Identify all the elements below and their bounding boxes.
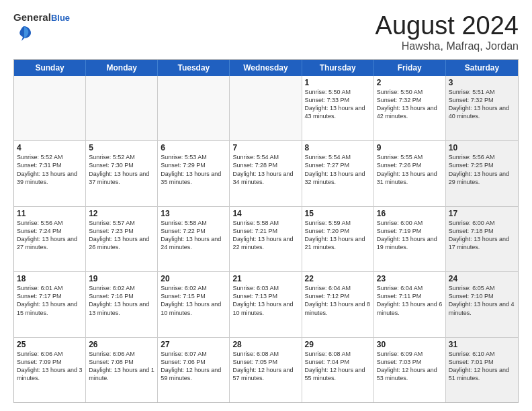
day-cell-17: 17Sunrise: 6:00 AM Sunset: 7:18 PM Dayli… <box>446 207 518 271</box>
day-number: 10 <box>449 143 515 152</box>
empty-cell <box>158 76 230 140</box>
day-cell-13: 13Sunrise: 5:58 AM Sunset: 7:22 PM Dayli… <box>158 207 230 271</box>
weekday-header-wednesday: Wednesday <box>230 60 302 76</box>
day-number: 9 <box>377 143 443 152</box>
day-cell-6: 6Sunrise: 5:53 AM Sunset: 7:29 PM Daylig… <box>158 141 230 205</box>
week-row-1: 1Sunrise: 5:50 AM Sunset: 7:33 PM Daylig… <box>14 76 518 141</box>
day-cell-5: 5Sunrise: 5:52 AM Sunset: 7:30 PM Daylig… <box>86 141 158 205</box>
week-row-5: 25Sunrise: 6:06 AM Sunset: 7:09 PM Dayli… <box>14 338 518 402</box>
day-number: 25 <box>17 340 83 349</box>
logo: GeneralBlue <box>13 12 70 45</box>
day-info: Sunrise: 6:02 AM Sunset: 7:15 PM Dayligh… <box>161 284 226 317</box>
day-number: 16 <box>377 209 443 218</box>
calendar-header: SundayMondayTuesdayWednesdayThursdayFrid… <box>14 60 518 76</box>
day-number: 6 <box>161 143 226 152</box>
day-info: Sunrise: 6:04 AM Sunset: 7:11 PM Dayligh… <box>377 284 443 317</box>
day-info: Sunrise: 6:10 AM Sunset: 7:01 PM Dayligh… <box>449 350 515 383</box>
day-number: 17 <box>449 209 515 218</box>
day-cell-31: 31Sunrise: 6:10 AM Sunset: 7:01 PM Dayli… <box>446 338 518 402</box>
day-info: Sunrise: 6:06 AM Sunset: 7:09 PM Dayligh… <box>17 350 83 383</box>
day-info: Sunrise: 5:58 AM Sunset: 7:21 PM Dayligh… <box>232 219 298 252</box>
day-number: 18 <box>17 274 83 283</box>
day-info: Sunrise: 5:55 AM Sunset: 7:26 PM Dayligh… <box>377 153 443 186</box>
day-number: 15 <box>305 209 371 218</box>
weekday-header-thursday: Thursday <box>302 60 374 76</box>
weekday-header-monday: Monday <box>86 60 158 76</box>
day-info: Sunrise: 6:05 AM Sunset: 7:10 PM Dayligh… <box>449 284 515 317</box>
day-info: Sunrise: 5:56 AM Sunset: 7:25 PM Dayligh… <box>449 153 515 186</box>
logo-text: GeneralBlue <box>13 12 70 24</box>
day-info: Sunrise: 5:50 AM Sunset: 7:33 PM Dayligh… <box>305 88 371 121</box>
day-number: 26 <box>89 340 154 349</box>
day-cell-10: 10Sunrise: 5:56 AM Sunset: 7:25 PM Dayli… <box>446 141 518 205</box>
day-cell-18: 18Sunrise: 6:01 AM Sunset: 7:17 PM Dayli… <box>14 272 86 336</box>
day-cell-20: 20Sunrise: 6:02 AM Sunset: 7:15 PM Dayli… <box>158 272 230 336</box>
day-number: 12 <box>89 209 154 218</box>
day-info: Sunrise: 5:54 AM Sunset: 7:28 PM Dayligh… <box>232 153 298 186</box>
day-info: Sunrise: 6:00 AM Sunset: 7:19 PM Dayligh… <box>377 219 443 252</box>
day-number: 30 <box>377 340 443 349</box>
day-cell-12: 12Sunrise: 5:57 AM Sunset: 7:23 PM Dayli… <box>86 207 158 271</box>
day-info: Sunrise: 5:50 AM Sunset: 7:32 PM Dayligh… <box>377 88 443 121</box>
day-cell-3: 3Sunrise: 5:51 AM Sunset: 7:32 PM Daylig… <box>446 76 518 140</box>
day-cell-28: 28Sunrise: 6:08 AM Sunset: 7:05 PM Dayli… <box>230 338 302 402</box>
title-location: Hawsha, Mafraq, Jordan <box>375 40 519 52</box>
title-block: August 2024 Hawsha, Mafraq, Jordan <box>375 12 519 52</box>
day-info: Sunrise: 6:00 AM Sunset: 7:18 PM Dayligh… <box>449 219 515 252</box>
day-info: Sunrise: 5:51 AM Sunset: 7:32 PM Dayligh… <box>449 88 515 121</box>
day-cell-9: 9Sunrise: 5:55 AM Sunset: 7:26 PM Daylig… <box>374 141 446 205</box>
day-info: Sunrise: 5:52 AM Sunset: 7:30 PM Dayligh… <box>89 153 154 186</box>
weekday-header-tuesday: Tuesday <box>158 60 230 76</box>
day-number: 27 <box>161 340 226 349</box>
day-info: Sunrise: 6:09 AM Sunset: 7:03 PM Dayligh… <box>377 350 443 383</box>
empty-cell <box>14 76 86 140</box>
day-cell-29: 29Sunrise: 6:08 AM Sunset: 7:04 PM Dayli… <box>302 338 374 402</box>
day-info: Sunrise: 5:54 AM Sunset: 7:27 PM Dayligh… <box>305 153 371 186</box>
day-number: 13 <box>161 209 226 218</box>
day-cell-26: 26Sunrise: 6:06 AM Sunset: 7:08 PM Dayli… <box>86 338 158 402</box>
header: GeneralBlue August 2024 Hawsha, Mafraq, … <box>13 12 519 52</box>
weekday-header-saturday: Saturday <box>446 60 518 76</box>
logo-blue-label: Blue <box>51 13 70 23</box>
week-row-4: 18Sunrise: 6:01 AM Sunset: 7:17 PM Dayli… <box>14 272 518 337</box>
day-number: 19 <box>89 274 154 283</box>
day-info: Sunrise: 6:03 AM Sunset: 7:13 PM Dayligh… <box>232 284 298 317</box>
title-month: August 2024 <box>375 12 519 40</box>
day-number: 31 <box>449 340 515 349</box>
day-cell-8: 8Sunrise: 5:54 AM Sunset: 7:27 PM Daylig… <box>302 141 374 205</box>
day-number: 4 <box>17 143 83 152</box>
day-info: Sunrise: 5:52 AM Sunset: 7:31 PM Dayligh… <box>17 153 83 186</box>
day-number: 3 <box>449 78 515 87</box>
day-number: 28 <box>232 340 298 349</box>
day-cell-2: 2Sunrise: 5:50 AM Sunset: 7:32 PM Daylig… <box>374 76 446 140</box>
calendar: SundayMondayTuesdayWednesdayThursdayFrid… <box>13 59 519 403</box>
day-number: 1 <box>305 78 371 87</box>
day-info: Sunrise: 5:58 AM Sunset: 7:22 PM Dayligh… <box>161 219 226 252</box>
day-number: 22 <box>305 274 371 283</box>
day-cell-7: 7Sunrise: 5:54 AM Sunset: 7:28 PM Daylig… <box>230 141 302 205</box>
day-info: Sunrise: 5:53 AM Sunset: 7:29 PM Dayligh… <box>161 153 226 186</box>
calendar-body: 1Sunrise: 5:50 AM Sunset: 7:33 PM Daylig… <box>14 76 518 402</box>
day-number: 29 <box>305 340 371 349</box>
day-cell-11: 11Sunrise: 5:56 AM Sunset: 7:24 PM Dayli… <box>14 207 86 271</box>
day-number: 8 <box>305 143 371 152</box>
day-info: Sunrise: 6:08 AM Sunset: 7:05 PM Dayligh… <box>232 350 298 383</box>
day-number: 5 <box>89 143 154 152</box>
day-number: 2 <box>377 78 443 87</box>
day-number: 20 <box>161 274 226 283</box>
day-info: Sunrise: 6:08 AM Sunset: 7:04 PM Dayligh… <box>305 350 371 383</box>
day-cell-24: 24Sunrise: 6:05 AM Sunset: 7:10 PM Dayli… <box>446 272 518 336</box>
day-info: Sunrise: 5:59 AM Sunset: 7:20 PM Dayligh… <box>305 219 371 252</box>
day-cell-16: 16Sunrise: 6:00 AM Sunset: 7:19 PM Dayli… <box>374 207 446 271</box>
day-info: Sunrise: 5:57 AM Sunset: 7:23 PM Dayligh… <box>89 219 154 252</box>
day-cell-14: 14Sunrise: 5:58 AM Sunset: 7:21 PM Dayli… <box>230 207 302 271</box>
day-cell-22: 22Sunrise: 6:04 AM Sunset: 7:12 PM Dayli… <box>302 272 374 336</box>
logo-icon <box>15 24 34 42</box>
day-cell-19: 19Sunrise: 6:02 AM Sunset: 7:16 PM Dayli… <box>86 272 158 336</box>
day-cell-30: 30Sunrise: 6:09 AM Sunset: 7:03 PM Dayli… <box>374 338 446 402</box>
day-info: Sunrise: 6:01 AM Sunset: 7:17 PM Dayligh… <box>17 284 83 317</box>
day-cell-15: 15Sunrise: 5:59 AM Sunset: 7:20 PM Dayli… <box>302 207 374 271</box>
day-info: Sunrise: 6:04 AM Sunset: 7:12 PM Dayligh… <box>305 284 371 317</box>
day-cell-23: 23Sunrise: 6:04 AM Sunset: 7:11 PM Dayli… <box>374 272 446 336</box>
day-number: 24 <box>449 274 515 283</box>
